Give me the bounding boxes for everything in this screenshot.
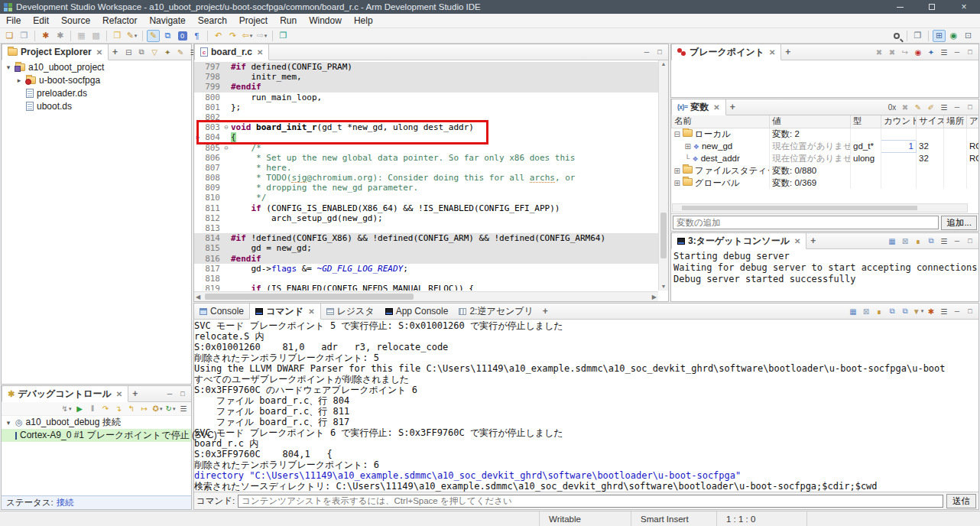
menu-item-help[interactable]: Help: [348, 14, 379, 28]
perspective-other-button[interactable]: ⊡: [962, 30, 975, 42]
expander-icon[interactable]: ⊞: [674, 179, 683, 187]
column-header[interactable]: カウント: [881, 115, 917, 128]
add-variable-button[interactable]: 追加...: [941, 216, 977, 230]
menu-item-window[interactable]: Window: [303, 14, 348, 28]
lock-scroll-button[interactable]: ∎: [873, 306, 885, 317]
remove-all-breakpoints-button[interactable]: ✖: [886, 47, 898, 58]
menu-item-edit[interactable]: Edit: [27, 14, 55, 28]
minimize-panel-button[interactable]: ─: [164, 388, 176, 400]
maximize-panel-button[interactable]: □: [177, 388, 189, 400]
variable-row-ファイルスタティック変数[interactable]: ⊞ ファイルスタティック変数変数: 0/880: [672, 164, 979, 177]
view-menu-button[interactable]: ☰: [938, 235, 950, 247]
remove-variable-button[interactable]: ✖: [899, 102, 911, 113]
tree-item-u-boot-socfpga[interactable]: ▸u-boot-socfpga: [2, 73, 191, 86]
edit-variable-button[interactable]: ✎: [912, 102, 924, 113]
variable-row-グローバル[interactable]: ⊞ グローバル変数: 0/369: [672, 177, 979, 189]
column-header[interactable]: サイズ: [917, 115, 944, 128]
back-history-button[interactable]: ↶: [212, 30, 225, 42]
close-tab-icon[interactable]: ✕: [769, 48, 775, 57]
expander-icon[interactable]: ⊟: [674, 130, 683, 138]
tree-item-uboot-ds[interactable]: uboot.ds: [2, 99, 191, 112]
editor-vertical-scrollbar[interactable]: ▲ ▼: [658, 60, 668, 291]
maximize-panel-button[interactable]: □: [654, 47, 666, 58]
minimize-button[interactable]: [884, 0, 916, 14]
step-instruction-button[interactable]: ↦: [138, 403, 151, 414]
view-menu-button[interactable]: ☰: [177, 403, 190, 414]
tab-console[interactable]: Console: [194, 304, 249, 319]
target-console-output[interactable]: Starting debug serverWaiting for debug s…: [671, 249, 978, 287]
maximize-panel-button[interactable]: □: [964, 102, 976, 113]
editor-tab-board-r-c[interactable]: c board_r.c ✕: [194, 44, 269, 60]
column-header[interactable]: 値: [770, 115, 851, 128]
hex-format-button[interactable]: 0x: [886, 102, 898, 113]
forward-history-button[interactable]: ↷: [226, 30, 239, 42]
add-variable-input[interactable]: [673, 216, 939, 229]
project-tree[interactable]: ▾a10_uboot_project▸u-boot-socfpgapreload…: [2, 60, 191, 112]
number-format-button[interactable]: 0: [176, 30, 189, 42]
open-perspective-button[interactable]: ❐: [911, 30, 924, 42]
menu-item-source[interactable]: Source: [55, 14, 96, 28]
marker-button[interactable]: ✎▾: [125, 30, 138, 42]
view-menu-button[interactable]: ☰: [938, 102, 950, 113]
column-header[interactable]: 名前: [672, 115, 770, 128]
menu-item-refactor[interactable]: Refactor: [96, 14, 143, 28]
step-over-button[interactable]: ↷: [99, 403, 112, 414]
close-tab-icon[interactable]: ✕: [308, 307, 314, 316]
import-button[interactable]: ❐: [18, 30, 31, 42]
expander-icon[interactable]: ⊞: [685, 142, 693, 151]
target-console-tab[interactable]: 3:ターゲットコンソール ✕: [671, 233, 806, 249]
highlight-toggle[interactable]: ✎: [147, 30, 160, 42]
forward-nav-button[interactable]: ⇨▾: [255, 30, 268, 42]
link-editor-button[interactable]: ⧉: [161, 30, 174, 42]
perspective-globe-button[interactable]: ◉: [947, 30, 960, 42]
filter-button[interactable]: ▽: [148, 47, 161, 58]
variable-row-ローカル[interactable]: ⊟ ローカル変数: 2: [672, 128, 979, 140]
debug-core-row[interactable]: Cortex-A9_0 #1 ブレークポイントで停止 (SVC): [2, 429, 191, 442]
goto-file-button[interactable]: ↪: [899, 47, 911, 58]
new-view-button[interactable]: +: [128, 386, 141, 401]
debug-filter-button[interactable]: ✱: [925, 306, 937, 317]
breakpoints-tab[interactable]: ブレークポイント ✕: [671, 44, 781, 60]
tree-item-a10-uboot-project[interactable]: ▾a10_uboot_project: [2, 60, 191, 73]
continue-button[interactable]: ▶: [73, 403, 86, 414]
save-console-button[interactable]: ▦: [886, 235, 898, 247]
back-nav-button[interactable]: ⇦▾: [241, 30, 254, 42]
variable-row-dest_addr[interactable]: └ ❖ dest_addr現在位置がありませんulong32RO: [672, 152, 979, 164]
editor-horizontal-scrollbar[interactable]: ◀▶: [194, 291, 658, 301]
refresh-button[interactable]: ↻▾: [164, 403, 177, 414]
debug-control-tab[interactable]: ✱ デバッグコントロール ✕: [2, 386, 128, 402]
step-out-button[interactable]: ↰: [125, 403, 138, 414]
view-menu-button[interactable]: ☰: [938, 47, 950, 58]
project-explorer-tab[interactable]: Project Explorer ✕: [2, 44, 109, 60]
view-menu-button[interactable]: ☰: [938, 306, 950, 317]
tab-command[interactable]: コマンド✕: [249, 304, 321, 320]
step-into-button[interactable]: ↴: [112, 403, 125, 414]
link-with-editor-button[interactable]: ⧉: [135, 47, 148, 58]
new-view-button[interactable]: +: [109, 44, 122, 60]
new-file-button[interactable]: ❏: [3, 30, 16, 42]
close-tab-icon[interactable]: ✕: [96, 48, 102, 57]
close-tab-icon[interactable]: ✕: [713, 103, 719, 112]
code-editor[interactable]: 797#if defined(CONFIG_PRAM)798 initr_mem…: [194, 60, 668, 291]
show-whitespace-button[interactable]: ¶: [190, 30, 203, 42]
command-input[interactable]: [238, 495, 943, 508]
perspective-debug-button[interactable]: ⊞: [933, 30, 946, 42]
new-view-button[interactable]: +: [539, 304, 552, 319]
debug-connection-row[interactable]: ▾ ◎ a10_uboot_debug 接続: [2, 416, 191, 429]
copy-variable-button[interactable]: ✐: [925, 102, 937, 113]
open-folder-button[interactable]: ❒: [111, 30, 124, 42]
save-all-button[interactable]: ▩: [89, 30, 102, 42]
minimize-panel-button[interactable]: ─: [951, 306, 963, 317]
disconnect-button[interactable]: ↯▾: [60, 403, 73, 414]
lock-console-button[interactable]: ∎: [912, 235, 924, 247]
save-button[interactable]: ▦: [75, 30, 88, 42]
clear-output-button[interactable]: ⊠: [860, 306, 872, 317]
save-output-button[interactable]: ▦: [847, 306, 859, 317]
debug-disconnect-button[interactable]: ✱: [54, 30, 67, 42]
tab-disassembly[interactable]: 2:逆アセンブリ: [453, 304, 538, 319]
new-view-button[interactable]: +: [781, 44, 794, 60]
close-tab-icon[interactable]: ✕: [116, 390, 122, 398]
open-console-button[interactable]: ⧉: [899, 306, 911, 317]
breakpoint-wizard-button[interactable]: ✦: [925, 47, 937, 58]
menu-item-navigate[interactable]: Navigate: [143, 14, 191, 28]
